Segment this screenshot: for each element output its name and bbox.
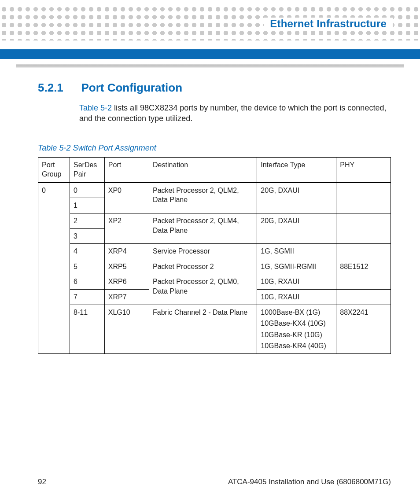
cell-serdes: 3 xyxy=(70,228,105,244)
header-divider xyxy=(16,64,404,68)
cell-interface: 20G, DXAUI xyxy=(257,213,336,243)
cell-phy: 88X2241 xyxy=(336,305,391,353)
page: Ethernet Infrastructure 5.2.1 Port Confi… xyxy=(0,0,420,504)
if-line: 1000Base-BX (1G) xyxy=(261,308,332,317)
col-interface-type: Interface Type xyxy=(257,157,336,182)
section-number: 5.2.1 xyxy=(38,81,79,95)
page-number: 92 xyxy=(38,478,46,486)
cell-interface: 10G, RXAUI xyxy=(257,274,336,290)
cell-serdes: 2 xyxy=(70,213,105,228)
cell-port-group: 0 xyxy=(38,182,70,353)
table-row: 6 XRP6 Packet Processor 2, QLM0, Data Pl… xyxy=(38,274,391,290)
table-row: 5 XRP5 Packet Processor 2 1G, SGMII-RGMI… xyxy=(38,259,391,274)
cell-interface: 1000Base-BX (1G) 10GBase-KX4 (10G) 10GBa… xyxy=(257,305,336,353)
cell-port: XRP6 xyxy=(104,274,149,290)
cell-destination: Packet Processor 2, QLM0, Data Plane xyxy=(149,274,257,305)
content-area: 5.2.1 Port Configuration Table 5-2 lists… xyxy=(38,81,391,354)
cell-destination: Fabric Channel 2 - Data Plane xyxy=(149,305,257,353)
section-title: Port Configuration xyxy=(81,81,182,95)
cell-destination: Packet Processor 2, QLM2, Data Plane xyxy=(149,182,257,213)
col-destination: Destination xyxy=(149,157,257,182)
cell-serdes: 4 xyxy=(70,244,105,259)
table-row: 8-11 XLG10 Fabric Channel 2 - Data Plane… xyxy=(38,305,391,353)
cell-interface: 20G, DXAUI xyxy=(257,182,336,213)
cell-destination: Packet Processor 2 xyxy=(149,259,257,274)
cell-phy xyxy=(336,213,391,243)
cell-phy xyxy=(336,289,391,305)
cell-destination: Packet Processor 2, QLM4, Data Plane xyxy=(149,213,257,243)
cell-serdes: 7 xyxy=(70,289,105,305)
cell-serdes: 6 xyxy=(70,274,105,290)
if-line: 10GBase-KR4 (40G) xyxy=(261,341,332,351)
cell-port: XRP4 xyxy=(104,244,149,259)
table-row: 4 XRP4 Service Processor 1G, SGMII xyxy=(38,244,391,259)
cell-serdes: 8-11 xyxy=(70,305,105,353)
cell-serdes: 0 xyxy=(70,182,105,198)
section-heading: 5.2.1 Port Configuration xyxy=(38,81,391,95)
header-title-wrap: Ethernet Infrastructure xyxy=(264,18,393,30)
chapter-title: Ethernet Infrastructure xyxy=(270,18,387,29)
table-row: 0 0 XP0 Packet Processor 2, QLM2, Data P… xyxy=(38,182,391,198)
cell-destination: Service Processor xyxy=(149,244,257,259)
cell-phy xyxy=(336,182,391,213)
col-port-group: Port Group xyxy=(38,157,70,182)
table-row: 2 XP2 Packet Processor 2, QLM4, Data Pla… xyxy=(38,213,391,228)
table-reference-link[interactable]: Table 5-2 xyxy=(79,103,112,112)
table-caption: Table 5-2 Switch Port Assignment xyxy=(38,143,391,153)
doc-title: ATCA-9405 Installation and Use (6806800M… xyxy=(228,478,391,486)
cell-port: XRP7 xyxy=(104,289,149,305)
cell-serdes: 1 xyxy=(70,198,105,213)
cell-interface: 10G, RXAUI xyxy=(257,289,336,305)
switch-port-table: Port Group SerDes Pair Port Destination … xyxy=(38,157,391,354)
cell-phy xyxy=(336,244,391,259)
cell-port: XLG10 xyxy=(104,305,149,353)
page-footer: 92 ATCA-9405 Installation and Use (68068… xyxy=(38,473,391,486)
table-header-row: Port Group SerDes Pair Port Destination … xyxy=(38,157,391,182)
cell-interface: 1G, SGMII-RGMII xyxy=(257,259,336,274)
section-body: Table 5-2 lists all 98CX8234 ports by nu… xyxy=(79,103,391,124)
cell-interface: 1G, SGMII xyxy=(257,244,336,259)
section-body-text: lists all 98CX8234 ports by number, the … xyxy=(79,103,386,123)
cell-phy xyxy=(336,274,391,290)
if-line: 10GBase-KR (10G) xyxy=(261,330,332,340)
cell-port: XRP5 xyxy=(104,259,149,274)
cell-port: XP0 xyxy=(104,182,149,213)
col-port: Port xyxy=(104,157,149,182)
cell-serdes: 5 xyxy=(70,259,105,274)
if-line: 10GBase-KX4 (10G) xyxy=(261,319,332,328)
cell-port: XP2 xyxy=(104,213,149,243)
header-blue-bar xyxy=(0,49,420,59)
cell-phy: 88E1512 xyxy=(336,259,391,274)
col-phy: PHY xyxy=(336,157,391,182)
col-serdes-pair: SerDes Pair xyxy=(70,157,105,182)
